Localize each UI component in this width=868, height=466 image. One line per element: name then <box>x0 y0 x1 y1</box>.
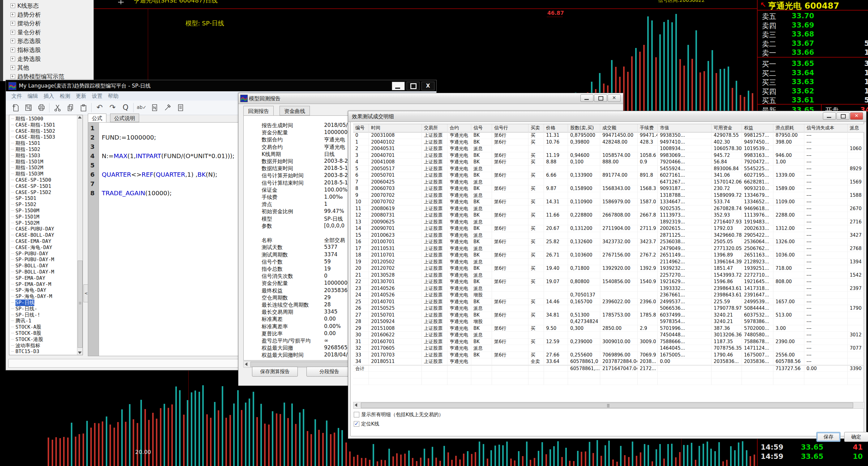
tab-equity-curve[interactable]: 资金曲线 <box>280 106 310 115</box>
formula-list-item[interactable]: SP-BOLL-DAY-M <box>9 269 83 275</box>
save-button[interactable]: 保存 <box>816 432 840 442</box>
table-row[interactable]: 3120160701上证股票亨通光电BK第6行买12.590,239000300… <box>353 339 864 345</box>
table-row[interactable]: 1220080731上证股票亨通光电BK第6行买11.660,228800266… <box>353 212 864 219</box>
table-row[interactable]: 1420090701上证股票亨通光电BK第6行买20.670,131200271… <box>353 225 864 232</box>
expand-plus-icon[interactable] <box>10 21 15 26</box>
formula-list-item[interactable]: BTC15-D3 <box>9 348 83 355</box>
table-row[interactable]: 3420180511上证股票亨通光电全卖33.6460578861,020378… <box>353 358 864 365</box>
formula-list-item[interactable]: STOCK-B股 <box>9 330 83 336</box>
maximize-button[interactable] <box>594 94 607 102</box>
menu-item[interactable]: 更新 <box>76 92 86 99</box>
tree-item[interactable]: K线形态 <box>3 1 93 10</box>
print-icon[interactable] <box>36 103 47 113</box>
formula-list-item[interactable]: CASE-BOLL-DAY <box>9 232 83 238</box>
close-button[interactable] <box>422 82 434 90</box>
table-row[interactable]: 920070702上证股票亨通光电派息1318788...1589099.721… <box>353 192 864 199</box>
insert-n-icon[interactable] <box>149 103 160 113</box>
tree-item[interactable]: 摆动分析 <box>3 19 93 28</box>
menu-item[interactable]: 文件 <box>11 92 22 99</box>
minimize-button[interactable] <box>823 112 836 120</box>
maximize-button[interactable] <box>407 82 420 90</box>
close-button[interactable] <box>608 94 621 102</box>
table-row[interactable]: 220040531上证股票亨通光电派息1008934...1060578.301… <box>353 145 864 152</box>
table-row[interactable]: 3220170605上证股票亨通光电派息1464045...7078756.35… <box>353 345 864 352</box>
table-row[interactable]: 1620100701上证股票亨通光电BK第6行买25.820,132600342… <box>353 239 864 245</box>
minimize-button[interactable] <box>392 82 405 90</box>
tab-backtest-report[interactable]: 回测报告 <box>243 106 274 115</box>
expand-plus-icon[interactable] <box>10 30 15 35</box>
checkbox-icon[interactable]: ✓ <box>354 421 359 427</box>
table-row[interactable]: 720060425上证股票亨通光电派息6471267...1570142.066… <box>353 179 864 186</box>
details-titlebar[interactable]: 效果测试成交明细 <box>348 111 866 122</box>
build-icon[interactable] <box>162 103 173 113</box>
formula-list-item[interactable]: SP-15D2M <box>9 220 83 226</box>
column-header[interactable]: 时间 <box>369 124 422 132</box>
formula-list-item[interactable]: 波动率指标 <box>9 343 83 349</box>
report-titlebar[interactable]: 模型回测报告 <box>239 93 623 104</box>
formula-list-item[interactable]: CASE-期指-15D2 <box>9 128 83 134</box>
formula-list-item[interactable]: CASE-期指-15D3 <box>9 134 83 140</box>
column-header[interactable]: 信号行 <box>492 124 528 132</box>
scroll-left-icon[interactable] <box>355 403 357 407</box>
save-icon[interactable] <box>23 103 34 113</box>
table-row[interactable]: 2720150701上证股票亨通光电BK第6行买34.810,513001785… <box>353 312 864 319</box>
table-row[interactable]: 020031008上证股票亨通光电BK第6行买11.310,8795000994… <box>353 132 864 139</box>
scroll-left-icon[interactable] <box>245 362 247 366</box>
menu-item[interactable]: 插入 <box>43 92 54 99</box>
copy-icon[interactable] <box>65 103 76 113</box>
table-row[interactable]: 1320090625上证股票亨通光电派息1892319...2716407.93… <box>353 219 864 226</box>
summary-row[interactable]: 合计60578861,...2171647047.042172...713727… <box>353 365 864 372</box>
trade-details-table[interactable]: 编号时间交易所合约信号信号行买卖价格股数(卖,买)成交额手续费市值可用资金权益滑… <box>353 124 864 385</box>
table-row[interactable]: 320040701上证股票亨通光电BK第6行买11.190,9460010585… <box>353 152 864 159</box>
table-row[interactable]: 2820150924上证股票亨通光电增股0,427348245978354...… <box>353 318 864 325</box>
table-row[interactable]: 2120130528上证股票亨通光电派息2257270...1543993.72… <box>353 272 864 279</box>
tree-item[interactable]: 趋势分析 <box>3 10 93 19</box>
formula-list-item[interactable]: STOCK-港股 <box>9 336 83 343</box>
close-button[interactable] <box>850 112 863 120</box>
checkbox-icon[interactable] <box>354 412 359 417</box>
formula-list-item[interactable]: SP-日线 <box>9 299 83 306</box>
formula-list-item[interactable]: 期指-15D3 <box>9 152 83 159</box>
tree-item[interactable]: 量仓分析 <box>3 28 93 37</box>
formula-list-item[interactable]: 期指-15D2M <box>9 165 83 171</box>
confirm-button[interactable]: 确定 <box>844 432 868 442</box>
formula-list-item[interactable]: CASE-PUBU-DAY <box>9 226 83 232</box>
formula-list-item[interactable]: 期指-15D2 <box>9 146 83 152</box>
expand-plus-icon[interactable] <box>10 39 15 43</box>
table-row[interactable]: 2520140701上证股票亨通光电BK第6行买14.460,165700239… <box>353 299 864 305</box>
save-report-button[interactable]: 保存测算报告 <box>252 367 298 377</box>
report-icon[interactable] <box>175 103 186 113</box>
column-header[interactable]: 派息 <box>847 124 864 132</box>
formula-list-item[interactable]: CASE-期指-15D1 <box>9 122 83 128</box>
column-header[interactable]: 可用资金 <box>712 124 742 132</box>
table-row[interactable]: 2220130701上证股票亨通光电BK第6行买19.070,808001540… <box>353 279 864 285</box>
formula-list-item[interactable]: SP-海龟-DAY <box>9 287 83 293</box>
formula-list-item[interactable]: 期指-15D1 <box>9 140 83 146</box>
expand-plus-icon[interactable] <box>10 74 15 79</box>
mylang-titlebar[interactable]: My Language(麦语言)趋势跟踪模型编写平台 - SP-日线 <box>6 80 436 91</box>
formula-list-item[interactable]: CASE-海龟-DAY <box>9 244 83 251</box>
redo-icon[interactable]: ↷ <box>107 103 118 113</box>
formula-list-item[interactable]: SP-15D1M <box>9 214 83 220</box>
segment-report-button[interactable]: 分段报告 <box>306 367 352 377</box>
table-row[interactable]: 2320140526上证股票亨通光电派息1393332...2398643.61… <box>353 285 864 292</box>
table-row[interactable]: 3320170703上证股票亨通光电BK第6行买27.660,255600706… <box>353 352 864 359</box>
menu-item[interactable]: 编辑 <box>28 92 38 99</box>
column-header[interactable]: 手续费 <box>638 124 658 132</box>
column-header[interactable]: 信号消失成本 <box>804 124 847 132</box>
table-row[interactable]: 820060703上证股票亨通光电BK第6行买9.870,15890015683… <box>353 185 864 192</box>
spellcheck-icon[interactable]: ab✓ <box>136 103 147 113</box>
column-header[interactable]: 编号 <box>353 124 369 132</box>
formula-list-item[interactable]: SP-日线-! <box>9 312 83 318</box>
formula-list-item[interactable]: SP-EMA-DAY-M <box>9 281 83 288</box>
menu-item[interactable]: 帮助 <box>108 92 118 99</box>
column-header[interactable]: 市值 <box>658 124 712 132</box>
column-header[interactable]: 股数(卖,买) <box>568 124 600 132</box>
table-row[interactable] <box>353 372 864 378</box>
formula-list-item[interactable]: SP-海龟-DAY-M <box>9 293 83 299</box>
table-row[interactable]: 120040102上证股票亨通光电BK第6行买10.760,3980042824… <box>353 139 864 146</box>
undo-icon[interactable]: ↶ <box>94 103 105 113</box>
formula-list-item[interactable]: 期指-15D3M <box>9 171 83 177</box>
formula-list-item[interactable]: SP-EMA-DAY <box>9 275 83 281</box>
expand-plus-icon[interactable] <box>10 12 15 17</box>
